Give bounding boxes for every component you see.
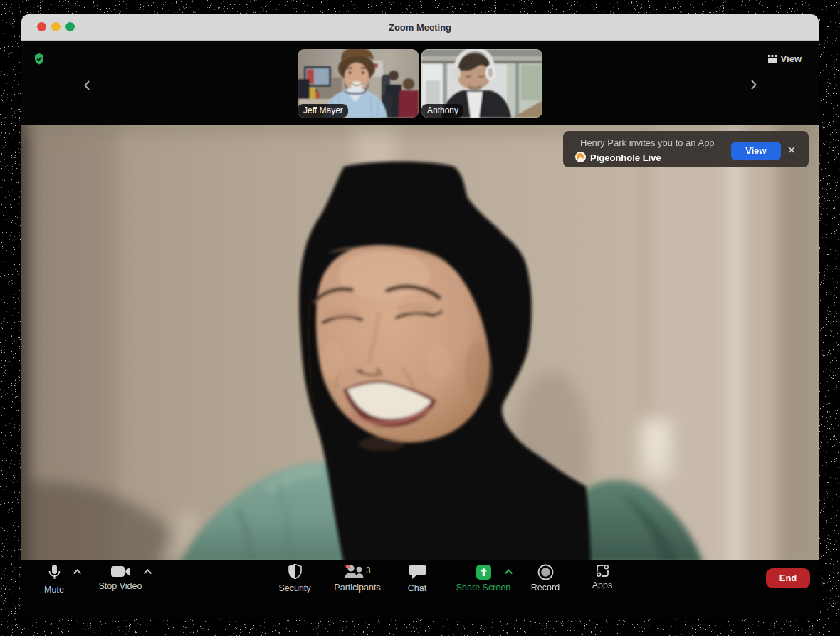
svg-text:3: 3	[366, 565, 371, 575]
